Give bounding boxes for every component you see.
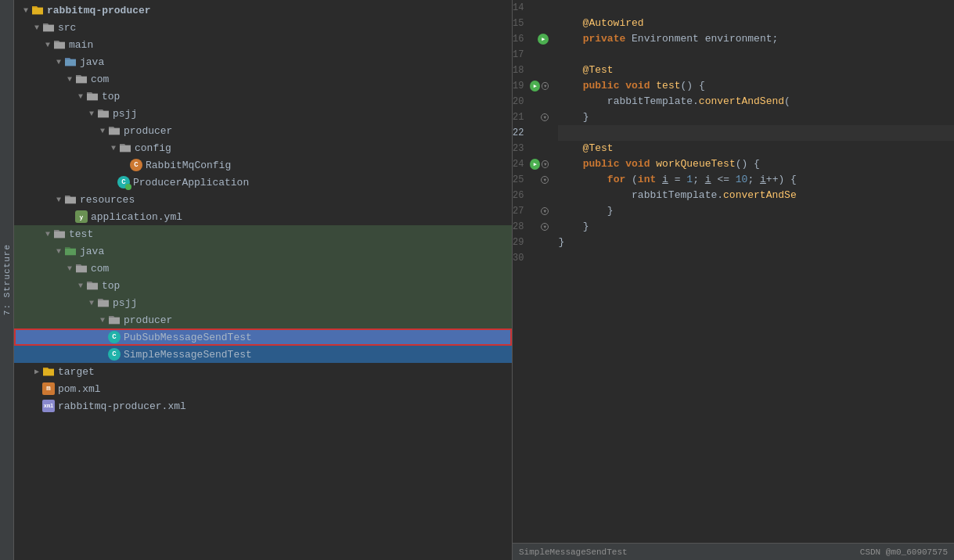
- code-line-24: public void workQueueTest() {: [558, 156, 954, 172]
- label-target: target: [58, 366, 95, 378]
- tree-item-psjj-test[interactable]: ▼ psjj: [14, 294, 512, 311]
- arrow-psjj-main: ▼: [86, 108, 97, 119]
- arrow-icon-24[interactable]: ▼: [542, 160, 549, 168]
- run-icon-24[interactable]: ▶: [530, 159, 540, 170]
- tree-item-producerapplication[interactable]: C ProducerApplication: [14, 174, 512, 191]
- ln-15: 15: [513, 16, 530, 31]
- arrow-psjj-test: ▼: [86, 297, 97, 308]
- icon-simplemessage: C: [108, 348, 121, 361]
- code-line-30: [558, 250, 954, 266]
- label-rabbitmq-producer-xml: rabbitmq-producer.xml: [58, 400, 186, 412]
- arrow-icon-28[interactable]: ▼: [541, 223, 549, 231]
- arrow-rabbitmq-producer: ▼: [20, 5, 31, 16]
- label-pubsub: PubSubMessageSendTest: [124, 332, 252, 343]
- gutter-26: [530, 188, 552, 203]
- arrow-config: ▼: [108, 142, 119, 153]
- tree-item-rabbitmq-producer[interactable]: ▼ rabbitmq-producer: [14, 2, 512, 19]
- gutter-21[interactable]: ▼: [530, 109, 552, 125]
- gutter-23: [530, 141, 552, 156]
- arrow-com-main: ▼: [64, 74, 75, 84]
- tree-item-top-main[interactable]: ▼ top: [14, 88, 512, 105]
- structure-tab[interactable]: 7: Structure: [0, 0, 14, 560]
- folder-icon-psjj-main: [97, 107, 110, 120]
- ln-14: 14: [513, 0, 530, 16]
- file-tree-panel: ▼ rabbitmq-producer ▼ src ▼ main ▼ java …: [14, 0, 513, 560]
- code-line-29: }: [558, 235, 954, 250]
- icon-pom-xml: m: [42, 382, 55, 395]
- folder-icon-test: [53, 228, 66, 240]
- run-icon-19[interactable]: ▶: [530, 81, 540, 92]
- tree-item-config[interactable]: ▼ config: [14, 139, 512, 156]
- ln-21: 21: [513, 109, 530, 125]
- folder-icon-config: [119, 142, 131, 154]
- tree-item-pom-xml[interactable]: m pom.xml: [14, 380, 512, 397]
- tree-item-rabbitmqconfig[interactable]: C RabbitMqConfig: [14, 156, 512, 174]
- label-rabbitmq-producer: rabbitmq-producer: [47, 5, 151, 16]
- folder-icon-top-main: [86, 90, 99, 102]
- folder-icon-producer-main: [108, 124, 121, 137]
- code-area[interactable]: @Autowired private Environment environme…: [552, 0, 954, 543]
- run-icon-16[interactable]: ▶: [538, 34, 549, 45]
- folder-icon-producer-test: [108, 314, 121, 326]
- tree-item-test[interactable]: ▼ test: [14, 225, 512, 242]
- tree-item-simplemessage[interactable]: C SimpleMessageSendTest: [14, 346, 512, 363]
- tree-item-java-test[interactable]: ▼ java: [14, 242, 512, 260]
- arrow-java-main: ▼: [53, 56, 64, 67]
- ln-19: 19: [513, 78, 530, 94]
- label-java-test: java: [80, 246, 104, 257]
- code-line-28: }: [558, 219, 954, 235]
- tree-item-com-test[interactable]: ▼ com: [14, 260, 512, 277]
- tree-item-pubsub[interactable]: C PubSubMessageSendTest: [14, 328, 512, 346]
- code-panel: 14 15 16 17 18 19 20 21 22 23 24 25 26 2…: [513, 0, 954, 560]
- tree-item-producer-main[interactable]: ▼ producer: [14, 122, 512, 139]
- arrow-com-test: ▼: [64, 263, 75, 274]
- tree-item-psjj-main[interactable]: ▼ psjj: [14, 105, 512, 122]
- label-pom-xml: pom.xml: [58, 383, 101, 395]
- ln-18: 18: [513, 63, 530, 78]
- code-line-19: public void test() {: [558, 78, 954, 94]
- gutter-27[interactable]: ▼: [530, 203, 552, 219]
- ln-16: 16: [513, 31, 530, 47]
- gutter-19[interactable]: ▶ ▼: [530, 78, 552, 94]
- ln-28: 28: [513, 219, 530, 235]
- gutter-28[interactable]: ▼: [530, 219, 552, 235]
- structure-tab-label: 7: Structure: [2, 244, 12, 315]
- tree-item-application-yml[interactable]: y application.yml: [14, 208, 512, 225]
- arrow-main: ▼: [42, 39, 53, 50]
- arrow-src: ▼: [31, 22, 42, 33]
- arrow-resources: ▼: [53, 194, 64, 205]
- gutter-25[interactable]: ▼: [530, 172, 552, 188]
- tree-item-top-test[interactable]: ▼ top: [14, 277, 512, 294]
- folder-icon-main: [53, 38, 66, 51]
- ln-30: 30: [513, 250, 530, 266]
- tree-item-src[interactable]: ▼ src: [14, 19, 512, 36]
- bottom-bar: SimpleMessageSendTest CSDN @m0_60907575: [513, 543, 954, 560]
- arrow-producer-main: ▼: [97, 125, 108, 136]
- code-line-17: [558, 47, 954, 63]
- tree-item-rabbitmq-producer-xml[interactable]: xml rabbitmq-producer.xml: [14, 397, 512, 415]
- tree-item-target[interactable]: ▶ target: [14, 363, 512, 380]
- tree-item-com-main[interactable]: ▼ com: [14, 70, 512, 88]
- arrow-icon-19[interactable]: ▼: [542, 82, 549, 90]
- bottom-bar-left: SimpleMessageSendTest: [519, 547, 628, 557]
- tree-item-resources[interactable]: ▼ resources: [14, 191, 512, 208]
- arrow-producer-test: ▼: [97, 314, 108, 325]
- icon-pubsub: C: [108, 331, 121, 343]
- tree-item-main[interactable]: ▼ main: [14, 36, 512, 53]
- label-com-test: com: [91, 263, 109, 275]
- code-line-16: private Environment environment;: [558, 31, 954, 47]
- ln-25: 25: [513, 172, 530, 188]
- folder-icon-com-main: [75, 73, 88, 85]
- gutter: ▶ ▶ ▼ ▼ ▶ ▼ ▼ ▼: [530, 0, 552, 543]
- gutter-16[interactable]: ▶: [530, 31, 552, 47]
- arrow-icon-27[interactable]: ▼: [541, 207, 549, 215]
- tree-item-producer-test[interactable]: ▼ producer: [14, 311, 512, 328]
- arrow-icon-25[interactable]: ▼: [541, 176, 549, 184]
- ln-22: 22: [513, 125, 530, 141]
- tree-item-java-main[interactable]: ▼ java: [14, 53, 512, 70]
- gutter-20: [530, 94, 552, 109]
- gutter-24[interactable]: ▶ ▼: [530, 156, 552, 172]
- label-rabbitmqconfig: RabbitMqConfig: [146, 160, 231, 171]
- ln-26: 26: [513, 188, 530, 203]
- arrow-icon-21[interactable]: ▼: [541, 113, 549, 121]
